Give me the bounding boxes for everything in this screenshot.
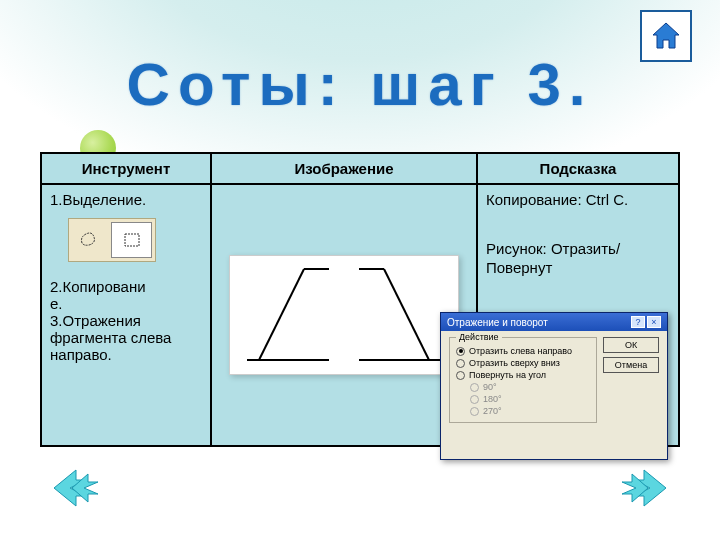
rect-select-icon: [111, 222, 152, 258]
next-button[interactable]: [618, 466, 672, 510]
cell-tool: 1.Выделение. 2.Копировани е. 3.Отражения…: [42, 185, 212, 445]
dialog-help-button[interactable]: ?: [631, 316, 645, 328]
table-header-row: Инструмент Изображение Подсказка: [42, 154, 678, 185]
freeform-select-icon: [69, 219, 108, 261]
svg-rect-0: [125, 234, 139, 246]
dialog-title-text: Отражение и поворот: [447, 317, 548, 328]
home-icon: [648, 18, 684, 54]
tool-step-2: 2.Копировани е.: [50, 278, 202, 312]
drawing-canvas: [229, 255, 459, 375]
prev-arrow-icon: [48, 466, 102, 510]
page-title: Соты: шаг 3.: [0, 50, 720, 119]
tool-step-3: 3.Отражения фрагмента слева направо.: [50, 312, 202, 363]
tool-step-1: 1.Выделение.: [50, 191, 202, 208]
radio-angle-90: 90°: [470, 382, 590, 392]
header-image: Изображение: [212, 154, 478, 183]
hint-flip: Рисунок: Отразить/Повернут: [486, 240, 670, 278]
header-tool: Инструмент: [42, 154, 212, 183]
cell-image: [212, 185, 478, 445]
dialog-ok-button[interactable]: ОК: [603, 337, 659, 353]
dialog-titlebar: Отражение и поворот ? ×: [441, 313, 667, 331]
svg-line-4: [384, 269, 429, 360]
hint-copy: Копирование: Ctrl C.: [486, 191, 670, 210]
radio-angle-180: 180°: [470, 394, 590, 404]
tool-icons-panel: [68, 218, 156, 262]
dialog-cancel-button[interactable]: Отмена: [603, 357, 659, 373]
radio-angle-270: 270°: [470, 406, 590, 416]
header-hint: Подсказка: [478, 154, 678, 183]
radio-flip-horizontal[interactable]: Отразить слева направо: [456, 346, 590, 356]
prev-button[interactable]: [48, 466, 102, 510]
flip-rotate-dialog: Отражение и поворот ? × Действие Отразит…: [440, 312, 668, 460]
dialog-legend: Действие: [456, 332, 502, 342]
dialog-action-group: Действие Отразить слева направо Отразить…: [449, 337, 597, 423]
dialog-close-button[interactable]: ×: [647, 316, 661, 328]
radio-rotate[interactable]: Повернуть на угол: [456, 370, 590, 380]
radio-flip-vertical[interactable]: Отразить сверху вниз: [456, 358, 590, 368]
svg-line-1: [259, 269, 304, 360]
next-arrow-icon: [618, 466, 672, 510]
